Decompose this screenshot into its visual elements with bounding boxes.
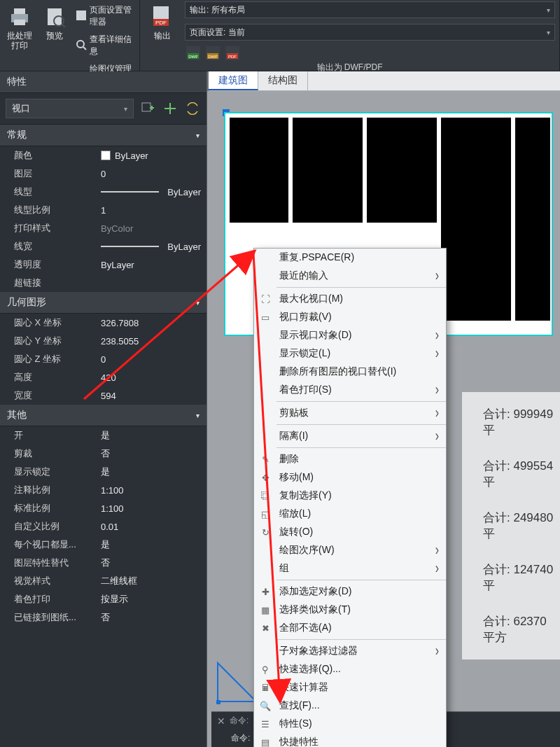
page-setup-manager-button[interactable]: 页面设置管理器 — [74, 3, 135, 29]
output-button[interactable]: PDF 输出 — [144, 1, 181, 60]
prop-cx-value[interactable]: 326.7808 — [95, 314, 206, 332]
prop-cy-value[interactable]: 238.5055 — [95, 332, 206, 350]
prop-displock-value[interactable]: 是 — [95, 463, 206, 481]
prop-cz-value[interactable]: 0 — [95, 350, 206, 368]
cmd-history: 命令: — [230, 715, 248, 727]
svg-line-5 — [62, 25, 65, 27]
ctx-subobject-filter[interactable]: 子对象选择过滤器 — [254, 642, 446, 660]
prop-plotstyle-value: ByColor — [95, 219, 206, 237]
prop-layer-value[interactable]: 0 — [95, 165, 206, 183]
blank-icon — [258, 429, 272, 443]
prop-layerprop-value[interactable]: 否 — [95, 554, 206, 572]
ctx-shade-plot[interactable]: 着色打印(S) — [254, 381, 446, 399]
export-dwfx-icon[interactable]: DWF — [206, 46, 220, 60]
prop-cz-key: 圆心 Z 坐标 — [0, 350, 95, 368]
svg-rect-22 — [142, 103, 150, 111]
add-selected-icon: ✚ — [258, 585, 272, 599]
category-other[interactable]: 其他▾ — [0, 405, 206, 426]
total-row: 合计: 62370平方 — [483, 613, 556, 645]
prop-shade-value[interactable]: 按显示 — [95, 590, 206, 608]
prop-lineweight-value[interactable]: ByLayer — [95, 237, 206, 256]
close-icon[interactable]: ✕ — [217, 715, 225, 727]
ctx-viewport-clip[interactable]: ▭视口剪裁(V) — [254, 308, 446, 326]
category-geometry[interactable]: 几何图形▾ — [0, 292, 206, 314]
tab-structure[interactable]: 结构图 — [258, 71, 308, 90]
ctx-maximize-viewport[interactable]: ⛶最大化视口(M) — [254, 290, 446, 308]
prop-cy-key: 圆心 Y 坐标 — [0, 332, 95, 350]
erase-icon: ✎ — [258, 452, 272, 466]
ctx-clipboard[interactable]: 剪贴板 — [254, 404, 446, 422]
view-details-button[interactable]: 查看详细信息 — [74, 32, 135, 59]
object-type-dropdown[interactable]: 视口 ▾ — [6, 99, 134, 118]
prop-annoscale-key: 注释比例 — [0, 481, 95, 499]
page-setup-icon — [76, 10, 87, 22]
ctx-deselect-all[interactable]: ✖全部不选(A) — [254, 619, 446, 637]
ctx-show-vp-objects[interactable]: 显示视口对象(D) — [254, 326, 446, 344]
prop-hyperlink-value[interactable] — [95, 274, 206, 292]
prop-color-value[interactable]: ByLayer — [95, 146, 206, 165]
prop-height-value[interactable]: 420 — [95, 368, 206, 386]
prop-custscale-value[interactable]: 0.01 — [95, 517, 206, 536]
ctx-quick-properties[interactable]: ▤快捷特性 — [254, 733, 446, 747]
lineweight-sample-icon — [101, 246, 159, 247]
copy-icon: ⿻ — [258, 489, 272, 503]
prop-width-value[interactable]: 594 — [95, 386, 206, 405]
ctx-select-similar[interactable]: ▦选择类似对象(T) — [254, 601, 446, 619]
export-dwf-icon[interactable]: DWF — [186, 46, 200, 60]
ctx-del-layer-ov[interactable]: 删除所有图层的视口替代(I) — [254, 363, 446, 381]
prop-transparency-value[interactable]: ByLayer — [95, 256, 206, 274]
category-general[interactable]: 常规▾ — [0, 125, 206, 146]
tab-architecture[interactable]: 建筑图 — [209, 71, 258, 90]
prop-stdscale-key: 标准比例 — [0, 499, 95, 517]
ctx-recent-input[interactable]: 最近的输入 — [254, 267, 446, 285]
prop-linked-value[interactable]: 否 — [95, 608, 206, 627]
ctx-rotate[interactable]: ↻旋转(O) — [254, 523, 446, 541]
chevron-down-icon: ▾ — [196, 299, 200, 307]
ctx-find[interactable]: 🔍查找(F)... — [254, 697, 446, 715]
ctx-group[interactable]: 组 — [254, 559, 446, 578]
ctx-move[interactable]: ✥移动(M) — [254, 468, 446, 487]
ctx-quickcalc[interactable]: 🖩快速计算器 — [254, 678, 446, 697]
prop-clip-value[interactable]: 否 — [95, 445, 206, 463]
deselect-icon: ✖ — [258, 621, 272, 635]
output-dd-label: 输出: — [190, 4, 209, 16]
select-objects-button[interactable] — [162, 100, 178, 117]
prop-on-key: 开 — [0, 426, 95, 445]
scale-icon: ◱ — [258, 507, 272, 521]
total-row: 合计: 999949平 — [483, 406, 556, 438]
quick-select-button[interactable] — [184, 100, 201, 117]
prop-layer-key: 图层 — [0, 165, 95, 183]
ctx-properties[interactable]: ☰特性(S) — [254, 715, 446, 733]
prop-annoscale-value[interactable]: 1:100 — [95, 481, 206, 499]
svg-text:DWF: DWF — [188, 55, 198, 59]
svg-rect-2 — [14, 20, 25, 25]
move-icon: ✥ — [258, 470, 272, 484]
ctx-quick-select[interactable]: ⚲快速选择(Q)... — [254, 660, 446, 678]
ctx-draw-order[interactable]: 绘图次序(W) — [254, 541, 446, 559]
ctx-isolate[interactable]: 隔离(I) — [254, 427, 446, 445]
properties-panel: 特性 视口 ▾ 常规▾ 颜色ByLayer 图层0 线型ByLayer 线型比例… — [0, 71, 207, 747]
pagesetup-dd-value: 当前 — [228, 27, 245, 39]
prop-pervp-value[interactable]: 是 — [95, 536, 206, 554]
quick-properties-icon: ▤ — [258, 735, 272, 747]
prop-custscale-key: 自定义比例 — [0, 517, 95, 536]
export-pdf-icon[interactable]: PDF — [225, 46, 239, 60]
chevron-down-icon: ▾ — [547, 6, 550, 14]
output-layouts-dropdown[interactable]: 输出: 所有布局 ▾ — [185, 1, 555, 18]
ctx-show-lock[interactable]: 显示锁定(L) — [254, 344, 446, 363]
prop-ltscale-value[interactable]: 1 — [95, 201, 206, 219]
prop-linetype-value[interactable]: ByLayer — [95, 183, 206, 201]
prop-visual-value[interactable]: 二维线框 — [95, 572, 206, 590]
svg-rect-6 — [76, 11, 86, 20]
quick-select-icon: ⚲ — [258, 662, 272, 676]
ctx-add-selected[interactable]: ✚添加选定对象(D) — [254, 582, 446, 601]
toggle-pickadd-button[interactable] — [139, 100, 156, 117]
ctx-repeat[interactable]: 重复.PSPACE(R) — [254, 249, 446, 267]
prop-visual-key: 视觉样式 — [0, 572, 95, 590]
ctx-copy-selection[interactable]: ⿻复制选择(Y) — [254, 487, 446, 505]
page-setup-dropdown[interactable]: 页面设置: 当前 ▾ — [185, 24, 555, 41]
ctx-erase[interactable]: ✎删除 — [254, 450, 446, 468]
prop-on-value[interactable]: 是 — [95, 426, 206, 445]
prop-stdscale-value[interactable]: 1:100 — [95, 499, 206, 517]
ctx-scale[interactable]: ◱缩放(L) — [254, 505, 446, 523]
